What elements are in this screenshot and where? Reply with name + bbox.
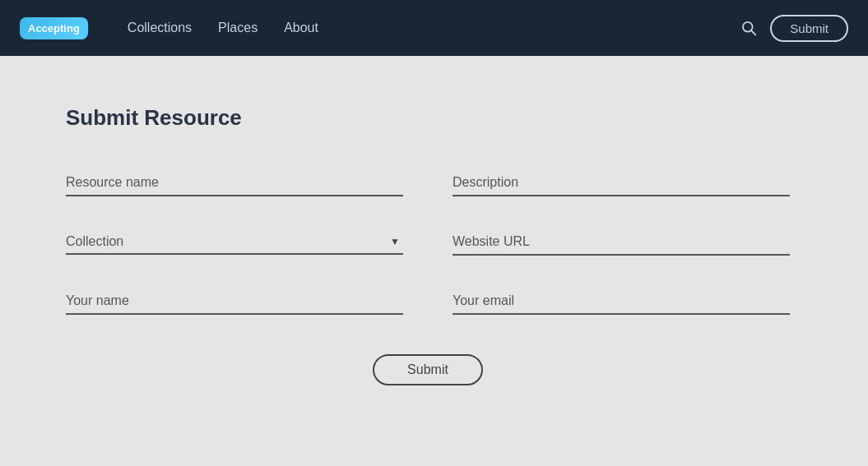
submit-form: Collection ▼ Submit bbox=[66, 170, 802, 385]
description-field bbox=[453, 170, 790, 196]
your-email-input[interactable] bbox=[453, 288, 790, 315]
your-name-field bbox=[66, 288, 403, 315]
description-input[interactable] bbox=[453, 170, 790, 196]
website-url-input[interactable] bbox=[453, 229, 790, 256]
main-content: Submit Resource Collection ▼ bbox=[0, 56, 868, 435]
submit-row: Submit bbox=[66, 354, 790, 385]
collection-select-wrap: Collection ▼ bbox=[66, 229, 403, 255]
resource-name-field bbox=[66, 170, 403, 196]
website-url-field bbox=[453, 229, 790, 256]
nav-about[interactable]: About bbox=[284, 21, 318, 35]
page-title: Submit Resource bbox=[66, 105, 802, 131]
your-email-field bbox=[453, 288, 790, 315]
navbar: Accepting Collections Places About Submi… bbox=[0, 0, 868, 56]
form-submit-button[interactable]: Submit bbox=[373, 354, 483, 385]
collection-field: Collection ▼ bbox=[66, 229, 403, 256]
your-name-input[interactable] bbox=[66, 288, 403, 315]
nav-places[interactable]: Places bbox=[218, 21, 258, 35]
nav-right: Submit bbox=[740, 15, 848, 42]
search-icon[interactable] bbox=[740, 20, 757, 36]
resource-name-input[interactable] bbox=[66, 170, 403, 196]
nav-collections[interactable]: Collections bbox=[128, 21, 192, 35]
nav-links: Collections Places About bbox=[128, 21, 714, 35]
nav-submit-button[interactable]: Submit bbox=[770, 15, 848, 42]
svg-line-1 bbox=[752, 30, 756, 35]
form-grid: Collection ▼ bbox=[66, 170, 790, 315]
collection-select[interactable]: Collection bbox=[66, 229, 403, 253]
logo[interactable]: Accepting bbox=[20, 17, 88, 39]
